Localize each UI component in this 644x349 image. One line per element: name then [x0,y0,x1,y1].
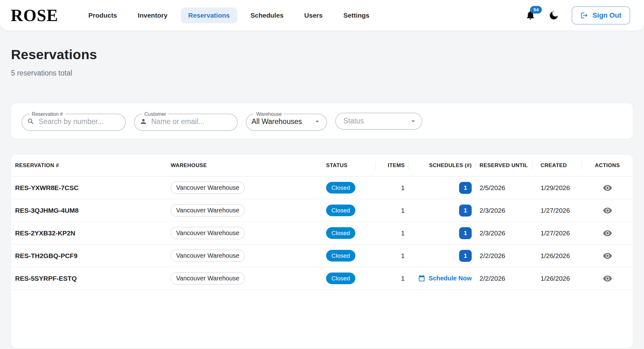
eye-icon [603,228,612,238]
customer-search-input[interactable] [151,117,232,126]
view-reservation-button[interactable] [601,249,614,262]
customer-label: Customer [142,111,168,117]
reserved-until-date: 2/3/2026 [475,199,533,222]
reserved-until-date: 2/5/2026 [475,177,533,199]
reservation-search-input[interactable] [39,117,120,126]
warehouse-chip: Vancouver Warehouse [171,204,245,217]
created-date: 1/29/2026 [533,177,582,199]
warehouse-chip: Vancouver Warehouse [171,182,245,194]
nav-item-reservations[interactable]: Reservations [181,8,237,23]
page-title: Reservations [11,47,633,62]
reserved-until-date: 2/2/2026 [475,245,533,267]
header-reservation-number[interactable]: RESERVATION # [11,155,171,176]
person-icon [140,118,147,125]
created-date: 1/27/2026 [533,199,582,222]
warehouse-chip: Vancouver Warehouse [171,250,245,262]
status-badge: Closed [326,205,355,217]
table-row: RES-TH2GBQ-PCF9 Vancouver Warehouse Clos… [11,245,633,267]
reservations-total-text: 5 reservations total [11,69,633,77]
reservation-number-label: Reservation # [30,111,65,117]
nav-item-inventory[interactable]: Inventory [130,8,175,23]
brand-logo[interactable]: ROSE [11,6,58,25]
dark-mode-toggle[interactable] [548,10,559,21]
header-actions: ACTIONS [582,155,633,176]
filter-bar: Reservation # Customer Warehouse All War… [11,103,633,139]
items-count: 1 [376,245,408,267]
nav-item-settings[interactable]: Settings [336,8,377,23]
chevron-down-icon [409,117,417,125]
reservation-number: RES-5SYRPF-ESTQ [11,267,171,290]
table-row: RES-3QJHMG-4UM8 Vancouver Warehouse Clos… [11,199,633,222]
notifications-button[interactable]: 54 [525,10,536,21]
notification-count-badge: 54 [530,6,542,14]
reservations-table: RESERVATION # WAREHOUSE STATUS ITEMS SCH… [11,155,633,348]
created-date: 1/26/2026 [533,245,582,267]
items-count: 1 [376,199,408,222]
view-reservation-button[interactable] [601,204,614,217]
created-date: 1/26/2026 [533,267,582,290]
header-schedules[interactable]: SCHEDULES (#) [408,155,475,176]
reserved-until-date: 2/2/2026 [475,267,533,290]
view-reservation-button[interactable] [601,181,614,194]
reserved-until-date: 2/3/2026 [475,222,533,244]
header-warehouse[interactable]: WAREHOUSE [171,155,322,176]
status-badge: Closed [326,250,355,262]
nav-item-products[interactable]: Products [81,8,125,23]
nav-item-users[interactable]: Users [297,8,330,23]
view-reservation-button[interactable] [601,272,614,285]
header-status[interactable]: STATUS [322,155,376,176]
items-count: 1 [376,177,408,199]
created-date: 1/27/2026 [533,222,582,244]
eye-icon [603,183,612,193]
header-items[interactable]: ITEMS [376,155,408,176]
schedule-now-link[interactable]: Schedule Now [418,275,472,282]
warehouse-chip: Vancouver Warehouse [171,227,245,239]
schedules-count-badge: 1 [459,182,472,194]
warehouse-chip: Vancouver Warehouse [171,272,245,284]
eye-icon [603,274,612,283]
eye-icon [603,206,612,215]
search-icon [27,118,35,125]
reservation-number: RES-TH2GBQ-PCF9 [11,245,171,267]
status-placeholder: Status [343,117,364,125]
header-reserved-until[interactable]: RESERVED UNTIL [475,155,533,176]
items-count: 1 [376,222,408,244]
status-select[interactable]: Status [335,113,422,130]
reservation-number: RES-2YXB32-KP2N [11,222,171,244]
reservation-number-field: Reservation # [21,111,126,131]
logout-icon [580,12,588,19]
header-created[interactable]: CREATED [533,155,582,176]
warehouse-label: Warehouse [254,111,284,117]
table-header-row: RESERVATION # WAREHOUSE STATUS ITEMS SCH… [11,155,633,177]
items-count: 1 [376,267,408,290]
status-badge: Closed [326,273,355,284]
calendar-icon [418,275,425,282]
customer-field: Customer [134,111,238,131]
schedules-count-badge: 1 [459,205,472,217]
top-navbar: ROSE Products Inventory Reservations Sch… [0,0,644,31]
status-badge: Closed [326,182,355,194]
eye-icon [603,251,612,261]
sign-out-label: Sign Out [592,11,621,20]
nav-item-schedules[interactable]: Schedules [243,8,291,23]
schedules-count-badge: 1 [459,227,472,239]
warehouse-select[interactable]: Warehouse All Warehouses [246,111,327,131]
table-row: RES-5SYRPF-ESTQ Vancouver Warehouse Clos… [11,267,633,290]
nav-menu: Products Inventory Reservations Schedule… [81,8,377,23]
chevron-down-icon [313,117,321,126]
schedule-now-label: Schedule Now [429,275,472,282]
view-reservation-button[interactable] [601,227,614,240]
moon-icon [548,10,559,21]
reservation-number: RES-YXWR8E-7CSC [11,177,171,199]
warehouse-selected-value: All Warehouses [252,117,302,126]
status-badge: Closed [326,227,355,239]
table-row: RES-YXWR8E-7CSC Vancouver Warehouse Clos… [11,177,633,199]
reservation-number: RES-3QJHMG-4UM8 [11,199,171,222]
sign-out-button[interactable]: Sign Out [572,6,630,25]
table-row: RES-2YXB32-KP2N Vancouver Warehouse Clos… [11,222,633,245]
schedules-count-badge: 1 [459,250,472,262]
